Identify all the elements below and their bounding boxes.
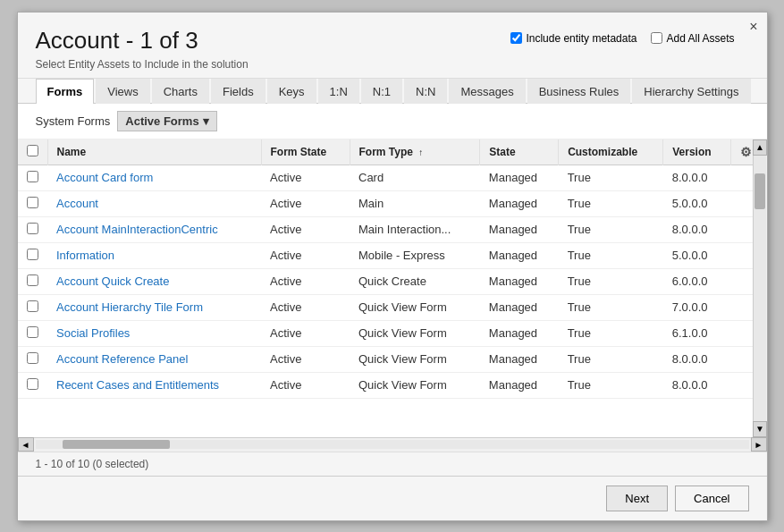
forms-table: Name Form State Form Type ↑ State Custom… (18, 139, 767, 399)
table-container: Name Form State Form Type ↑ State Custom… (18, 139, 767, 437)
row-state: Managed (480, 372, 559, 398)
row-version: 7.0.0.0 (663, 294, 731, 320)
main-dialog: × Account - 1 of 3 Select Entity Assets … (17, 12, 768, 521)
row-form-type: Mobile - Express (350, 242, 480, 268)
row-version: 8.0.0.0 (663, 165, 731, 190)
add-all-assets-option[interactable]: Add All Assets (651, 32, 734, 45)
table-row: Social ProfilesActiveQuick View FormMana… (18, 320, 767, 346)
table-row: Recent Cases and EntitlementsActiveQuick… (18, 372, 767, 398)
next-button[interactable]: Next (606, 486, 668, 511)
row-checkbox[interactable] (27, 300, 38, 312)
include-metadata-option[interactable]: Include entity metadata (510, 32, 636, 45)
tab-business_rules[interactable]: Business Rules (527, 79, 631, 104)
row-checkbox[interactable] (27, 274, 38, 286)
table-row: InformationActiveMobile - ExpressManaged… (18, 242, 767, 268)
dialog-header: Account - 1 of 3 Select Entity Assets to… (18, 13, 767, 79)
horizontal-scrollbar[interactable]: ◄ ► (18, 437, 767, 452)
table-row: Account Hierarchy Tile FormActiveQuick V… (18, 294, 767, 320)
row-version: 6.0.0.0 (663, 268, 731, 294)
tabs-bar: FormsViewsChartsFieldsKeys1:NN:1N:NMessa… (18, 79, 767, 104)
scroll-left-button[interactable]: ◄ (18, 437, 34, 452)
scroll-right-button[interactable]: ► (751, 437, 767, 452)
row-form-state: Active (261, 320, 350, 346)
dialog-footer: Next Cancel (18, 476, 767, 520)
row-name-cell: Account Card form (47, 165, 261, 190)
select-all-checkbox[interactable] (27, 145, 38, 156)
row-state: Managed (480, 320, 559, 346)
active-forms-dropdown[interactable]: Active Forms ▾ (117, 111, 216, 131)
vertical-scrollbar[interactable]: ▲ ▼ (753, 139, 767, 437)
row-name-link[interactable]: Account Reference Panel (56, 352, 188, 366)
row-form-type: Main Interaction... (350, 216, 480, 242)
table-header-row: Name Form State Form Type ↑ State Custom… (18, 139, 767, 165)
tab-n1[interactable]: N:1 (361, 79, 402, 104)
tab-charts[interactable]: Charts (152, 79, 209, 104)
table-row: Account Card formActiveCardManagedTrue8.… (18, 165, 767, 190)
add-all-assets-label: Add All Assets (666, 32, 734, 45)
col-form-type[interactable]: Form Type ↑ (350, 139, 480, 165)
row-checkbox[interactable] (27, 378, 38, 390)
row-form-type: Main (350, 190, 480, 216)
row-name-link[interactable]: Account Quick Create (56, 274, 169, 288)
row-form-state: Active (261, 165, 350, 190)
add-all-assets-checkbox[interactable] (651, 32, 662, 44)
row-state: Managed (480, 190, 559, 216)
col-checkbox (18, 139, 48, 165)
scroll-up-button[interactable]: ▲ (753, 139, 767, 156)
system-forms-label: System Forms (36, 114, 111, 128)
row-checkbox-cell (18, 320, 48, 346)
row-form-state: Active (261, 190, 350, 216)
row-version: 5.0.0.0 (663, 242, 731, 268)
row-checkbox[interactable] (27, 326, 38, 338)
horiz-scroll-thumb[interactable] (63, 440, 170, 449)
row-state: Managed (480, 294, 559, 320)
row-name-cell: Account Hierarchy Tile Form (47, 294, 261, 320)
tab-keys[interactable]: Keys (267, 79, 316, 104)
tab-hierarchy_settings[interactable]: Hierarchy Settings (632, 79, 750, 104)
row-form-state: Active (261, 268, 350, 294)
tab-fields[interactable]: Fields (211, 79, 266, 104)
scroll-down-button[interactable]: ▼ (753, 421, 767, 437)
tab-1n[interactable]: 1:N (318, 79, 359, 104)
row-checkbox-cell (18, 346, 48, 372)
row-name-link[interactable]: Information (56, 249, 114, 262)
row-checkbox[interactable] (27, 171, 38, 182)
dialog-options: Include entity metadata Add All Assets (510, 32, 734, 45)
tab-views[interactable]: Views (96, 79, 149, 104)
tab-nn[interactable]: N:N (404, 79, 447, 104)
row-checkbox[interactable] (27, 223, 38, 234)
row-name-link[interactable]: Social Profiles (56, 326, 130, 340)
row-name-link[interactable]: Account Hierarchy Tile Form (56, 300, 203, 314)
tab-messages[interactable]: Messages (449, 79, 525, 104)
col-state: State (480, 139, 559, 165)
include-metadata-checkbox[interactable] (510, 32, 522, 44)
row-name-link[interactable]: Account Card form (56, 171, 153, 184)
horiz-scroll-track (36, 440, 749, 449)
row-checkbox-cell (18, 294, 48, 320)
cancel-button[interactable]: Cancel (675, 486, 748, 511)
tab-forms[interactable]: Forms (36, 79, 95, 104)
active-forms-label: Active Forms (125, 114, 198, 128)
row-checkbox[interactable] (27, 197, 38, 208)
row-state: Managed (480, 268, 559, 294)
close-button[interactable]: × (749, 20, 757, 34)
gear-icon: ⚙ (740, 145, 752, 159)
table-scroll-area[interactable]: Name Form State Form Type ↑ State Custom… (18, 139, 767, 437)
row-checkbox[interactable] (27, 249, 38, 260)
row-name-link[interactable]: Account (56, 197, 98, 210)
row-customizable: True (559, 216, 663, 242)
row-name-cell: Account (47, 190, 261, 216)
sort-icon: ↑ (418, 148, 423, 157)
row-checkbox[interactable] (27, 352, 38, 364)
row-form-state: Active (261, 216, 350, 242)
row-name-link[interactable]: Recent Cases and Entitlements (56, 378, 219, 392)
row-version: 8.0.0.0 (663, 216, 731, 242)
row-form-type: Quick Create (350, 268, 480, 294)
scroll-track (754, 156, 766, 421)
row-name-cell: Account Quick Create (47, 268, 261, 294)
subheader: System Forms Active Forms ▾ (18, 104, 767, 139)
scroll-thumb[interactable] (754, 173, 765, 209)
row-name-link[interactable]: Account MainInteractionCentric (56, 223, 218, 236)
row-name-cell: Account MainInteractionCentric (47, 216, 261, 242)
col-form-state: Form State (261, 139, 350, 165)
